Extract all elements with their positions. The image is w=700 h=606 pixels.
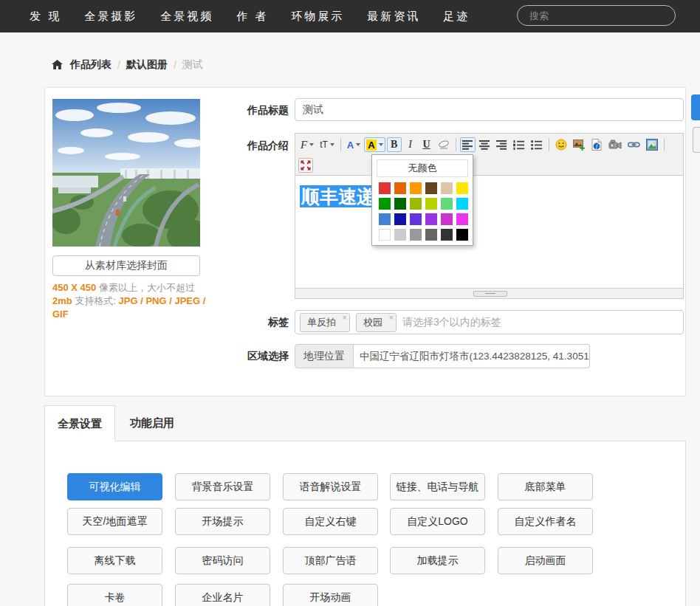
color-picker-dropdown: 无颜色	[371, 154, 473, 246]
editor-statusbar	[295, 288, 683, 298]
intro-label: 作品介绍	[222, 140, 289, 153]
editor-content[interactable]: 顺丰速递	[295, 176, 683, 288]
font-family-icon[interactable]: F	[298, 137, 316, 152]
feature-button[interactable]: 离线下载	[67, 547, 162, 574]
color-swatch[interactable]	[410, 229, 422, 241]
home-icon[interactable]	[52, 60, 63, 70]
feature-button[interactable]: 启动画面	[498, 547, 593, 574]
insert-image-icon[interactable]	[571, 137, 587, 152]
editor-selected-text[interactable]: 顺丰速递	[300, 185, 377, 207]
color-swatch[interactable]	[410, 198, 422, 210]
floating-secondary-button[interactable]	[693, 127, 700, 153]
cover-image[interactable]	[52, 99, 200, 247]
color-swatch[interactable]	[425, 229, 437, 241]
highlight-color-icon[interactable]: A	[364, 137, 385, 152]
color-swatch[interactable]	[379, 213, 391, 225]
color-swatch[interactable]	[394, 182, 406, 194]
cover-hint-part: 支持格式:	[72, 295, 119, 306]
feature-button[interactable]: 链接、电话与导航	[390, 473, 485, 500]
nav-item[interactable]: 足迹	[443, 10, 470, 24]
flash-icon[interactable]: f	[589, 137, 605, 152]
eraser-icon[interactable]	[436, 137, 452, 152]
tags-placeholder: 请选择3个以内的标签	[402, 316, 501, 329]
search-input[interactable]	[517, 5, 676, 26]
nav-item[interactable]: 环物展示	[291, 10, 344, 24]
nav-item[interactable]: 发 现	[30, 10, 61, 24]
color-swatch[interactable]	[425, 213, 437, 225]
breadcrumb-works-list[interactable]: 作品列表	[70, 58, 111, 72]
color-swatch[interactable]	[456, 198, 468, 210]
media-icon[interactable]	[606, 137, 624, 152]
color-swatch[interactable]	[379, 229, 391, 241]
italic-icon[interactable]: I	[403, 137, 418, 152]
color-swatch[interactable]	[425, 198, 437, 210]
feature-button[interactable]: 语音解说设置	[283, 473, 378, 500]
text-color-icon[interactable]: A	[345, 137, 363, 152]
color-swatch[interactable]	[441, 198, 453, 210]
nav-item[interactable]: 全景摄影	[84, 10, 137, 24]
tab-feature-enable[interactable]: 功能启用	[115, 405, 189, 441]
color-swatch[interactable]	[456, 213, 468, 225]
color-swatch[interactable]	[410, 213, 422, 225]
feature-button[interactable]: 加载提示	[390, 547, 485, 574]
feature-button[interactable]: 自定义右键	[283, 508, 378, 535]
color-swatch[interactable]	[394, 198, 406, 210]
choose-cover-button[interactable]: 从素材库选择封面	[52, 255, 200, 276]
tag-remove-icon[interactable]: ×	[389, 314, 394, 322]
link-icon[interactable]	[625, 137, 642, 152]
tags-label: 标签	[222, 316, 289, 329]
title-input[interactable]	[295, 98, 684, 121]
editor-toolbar-row2	[295, 156, 683, 176]
color-swatch[interactable]	[410, 182, 422, 194]
align-right-icon[interactable]	[494, 137, 509, 152]
feature-button[interactable]: 开场动画	[283, 584, 378, 606]
tag-remove-icon[interactable]: ×	[343, 314, 347, 322]
fullscreen-icon[interactable]	[298, 158, 313, 173]
geolocation-prefix-button[interactable]: 地理位置	[295, 344, 354, 368]
feature-button[interactable]: 自定义作者名	[498, 508, 593, 535]
font-size-icon[interactable]: tT	[318, 137, 337, 152]
feature-button[interactable]: 顶部广告语	[283, 547, 378, 574]
tags-input[interactable]: 单反拍 × 校园 × 请选择3个以内的标签	[295, 310, 684, 334]
nav-item[interactable]: 作 者	[236, 10, 268, 24]
underline-icon[interactable]: U	[419, 137, 434, 152]
color-swatch[interactable]	[441, 229, 453, 241]
feature-button[interactable]: 底部菜单	[498, 473, 593, 500]
color-swatch[interactable]	[456, 229, 468, 241]
feature-button[interactable]: 天空/地面遮罩	[67, 508, 162, 535]
panorama-settings-panel: 可视化编辑背景音乐设置语音解说设置链接、电话与导航底部菜单天空/地面遮罩开场提示…	[44, 441, 686, 606]
feature-button[interactable]: 开场提示	[175, 508, 270, 535]
geolocation-input[interactable]: 中国辽宁省辽阳市灯塔市(123.4423828125, 41.30515	[354, 344, 590, 368]
feature-button[interactable]: 背景音乐设置	[175, 473, 270, 500]
emoji-icon[interactable]	[553, 137, 569, 152]
color-swatch[interactable]	[394, 213, 406, 225]
cover-hint-part: 2mb	[52, 295, 72, 306]
floating-save-button[interactable]	[691, 94, 700, 120]
picture-icon[interactable]	[644, 137, 660, 152]
align-center-icon[interactable]	[477, 137, 493, 152]
top-navbar: 发 现全景摄影全景视频作 者环物展示最新资讯足迹	[0, 0, 700, 32]
align-left-icon[interactable]	[460, 137, 476, 152]
tab-panorama-settings[interactable]: 全景设置	[44, 405, 115, 441]
color-swatch[interactable]	[379, 182, 391, 194]
color-swatch[interactable]	[456, 182, 468, 194]
color-swatch[interactable]	[425, 182, 437, 194]
cover-hint-part: 像素以上，大小不超过	[96, 282, 195, 293]
bold-icon[interactable]: B	[387, 137, 402, 152]
feature-button[interactable]: 可视化编辑	[67, 473, 162, 500]
feature-button[interactable]: 自定义LOGO	[390, 508, 485, 535]
no-color-option[interactable]: 无颜色	[377, 159, 468, 177]
feature-button[interactable]: 卡卷	[67, 584, 162, 606]
color-swatch[interactable]	[441, 213, 453, 225]
feature-button[interactable]: 企业名片	[175, 584, 270, 606]
color-swatch[interactable]	[441, 182, 453, 194]
color-swatch[interactable]	[394, 229, 406, 241]
color-swatch[interactable]	[379, 198, 391, 210]
feature-button[interactable]: 密码访问	[175, 547, 270, 574]
editor-resize-handle[interactable]	[473, 291, 507, 297]
breadcrumb-default-album[interactable]: 默认图册	[126, 58, 168, 72]
nav-item[interactable]: 最新资讯	[367, 10, 420, 24]
ordered-list-icon[interactable]	[511, 137, 527, 152]
nav-item[interactable]: 全景视频	[160, 10, 213, 24]
unordered-list-icon[interactable]	[529, 137, 545, 152]
